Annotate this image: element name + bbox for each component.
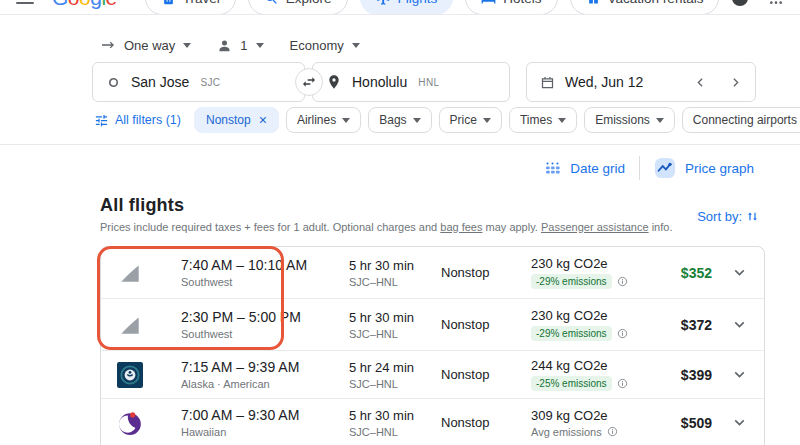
- expand-flight-icon[interactable]: [731, 264, 748, 281]
- caret-down-icon: [256, 43, 264, 48]
- logo-letter: g: [90, 0, 101, 9]
- view-toggles: Date grid Price graph: [0, 156, 754, 180]
- tab-flights[interactable]: Flights: [360, 0, 454, 15]
- house-icon: [586, 0, 601, 6]
- caret-down-icon: [352, 43, 360, 48]
- top-navbar: Google Travel Explore Flights Hotels: [0, 0, 800, 15]
- all-filters-button[interactable]: All filters (1): [94, 113, 181, 128]
- swap-arrows-icon: [301, 74, 317, 90]
- passenger-assistance-link[interactable]: Passenger assistance: [541, 221, 649, 233]
- logo-letter: o: [68, 0, 79, 9]
- flight-stops: Nonstop: [441, 265, 531, 280]
- caret-down-icon: [656, 118, 664, 123]
- previous-day-icon[interactable]: [694, 76, 707, 89]
- flight-row-2[interactable]: 2:30 PM – 5:00 PM Southwest 5 hr 30 min …: [101, 299, 764, 351]
- caret-down-icon: [413, 118, 421, 123]
- destination-code: HNL: [418, 77, 439, 88]
- disclaimer-text: Prices include required taxes + fees for…: [100, 221, 440, 233]
- flight-airline: Southwest: [181, 328, 349, 340]
- caret-down-icon: [558, 118, 566, 123]
- flight-route: SJC–HNL: [349, 426, 441, 438]
- chip-label: Connecting airports: [693, 113, 797, 127]
- luggage-icon: [161, 0, 176, 6]
- chip-label: Emissions: [595, 113, 650, 127]
- expand-flight-icon[interactable]: [731, 366, 748, 383]
- flight-route: SJC–HNL: [349, 276, 441, 288]
- tab-explore[interactable]: Explore: [248, 0, 348, 15]
- expand-flight-icon[interactable]: [731, 316, 748, 333]
- chip-price[interactable]: Price: [439, 107, 502, 133]
- chip-nonstop[interactable]: Nonstop ×: [194, 107, 279, 133]
- theme-toggle-icon[interactable]: [732, 0, 748, 6]
- chip-label: Times: [520, 113, 552, 127]
- expand-flight-icon[interactable]: [731, 414, 748, 431]
- apps-grid-icon[interactable]: [768, 0, 784, 6]
- tab-vacation-rentals[interactable]: Vacation rentals: [570, 0, 720, 15]
- flight-price: $372: [661, 317, 722, 333]
- info-icon[interactable]: [617, 378, 628, 389]
- price-graph-label: Price graph: [685, 161, 754, 176]
- chip-airlines[interactable]: Airlines: [286, 107, 361, 133]
- flight-route: SJC–HNL: [349, 378, 441, 390]
- logo-letter: o: [79, 0, 90, 9]
- chip-emissions[interactable]: Emissions: [584, 107, 675, 133]
- pricing-disclaimer: Prices include required taxes + fees for…: [100, 221, 672, 233]
- destination-input[interactable]: Honolulu HNL: [312, 62, 510, 102]
- place-pin-icon: [326, 74, 342, 90]
- flight-row-4[interactable]: 7:00 AM – 9:30 AM Hawaiian 5 hr 30 min S…: [101, 399, 764, 445]
- tab-label: Travel: [183, 0, 220, 6]
- all-filters-label: All filters (1): [115, 113, 181, 127]
- tune-filter-icon: [94, 113, 109, 128]
- logo-letter: e: [106, 0, 117, 9]
- price-graph-button[interactable]: Price graph: [654, 157, 754, 179]
- flight-duration: 5 hr 30 min: [349, 310, 441, 325]
- remove-nonstop-icon[interactable]: ×: [259, 112, 267, 128]
- flight-stops: Nonstop: [441, 317, 531, 332]
- swap-button[interactable]: [295, 68, 323, 96]
- info-icon[interactable]: [617, 328, 628, 339]
- chip-label: Airlines: [297, 113, 336, 127]
- origin-input[interactable]: San Jose SJC: [92, 62, 305, 102]
- toggle-divider: [639, 156, 640, 180]
- tab-label: Hotels: [503, 0, 541, 6]
- chip-bags[interactable]: Bags: [368, 107, 431, 133]
- flight-duration: 5 hr 24 min: [349, 360, 441, 375]
- passengers-select[interactable]: 1: [217, 38, 263, 53]
- caret-down-icon: [183, 43, 191, 48]
- passenger-icon: [217, 38, 232, 53]
- date-grid-icon: [544, 160, 561, 177]
- alaska-american-logo: [117, 362, 143, 388]
- flight-list: 7:40 AM – 10:10 AM Southwest 5 hr 30 min…: [100, 246, 765, 445]
- origin-circle-icon: [106, 75, 121, 90]
- tab-travel[interactable]: Travel: [145, 0, 236, 15]
- sort-by-label: Sort by:: [697, 209, 742, 224]
- flight-airline: Hawaiian: [181, 426, 349, 438]
- google-flights-page: Google Travel Explore Flights Hotels: [0, 0, 800, 445]
- flight-co2: 244 kg CO2e: [531, 358, 661, 373]
- bag-fees-link[interactable]: bag fees: [440, 221, 482, 233]
- sort-by-button[interactable]: Sort by:: [697, 209, 760, 224]
- flight-row-3[interactable]: 7:15 AM – 9:39 AM Alaska · American 5 hr…: [101, 351, 764, 399]
- tab-hotels[interactable]: Hotels: [465, 0, 557, 15]
- info-icon[interactable]: [617, 276, 628, 287]
- southwest-logo: [117, 260, 143, 286]
- chip-times[interactable]: Times: [509, 107, 577, 133]
- google-logo[interactable]: Google: [52, 0, 117, 10]
- cabin-class-select[interactable]: Economy: [290, 38, 360, 53]
- date-grid-button[interactable]: Date grid: [544, 160, 625, 177]
- next-day-icon[interactable]: [729, 76, 742, 89]
- flight-times: 7:00 AM – 9:30 AM: [181, 407, 349, 423]
- emissions-badge: -25% emissions: [531, 376, 612, 391]
- chip-connecting-airports[interactable]: Connecting airports: [682, 107, 800, 133]
- flight-row-1[interactable]: 7:40 AM – 10:10 AM Southwest 5 hr 30 min…: [101, 247, 764, 299]
- emissions-average-label: Avg emissions: [531, 426, 602, 438]
- section-divider: [0, 144, 800, 145]
- menu-icon[interactable]: [16, 0, 34, 4]
- origin-code: SJC: [200, 77, 220, 88]
- chip-label: Price: [450, 113, 477, 127]
- cabin-class-value: Economy: [290, 38, 344, 53]
- info-icon[interactable]: [607, 426, 618, 437]
- trip-type-select[interactable]: One way: [100, 37, 191, 53]
- flight-times: 7:40 AM – 10:10 AM: [181, 257, 349, 273]
- date-input[interactable]: Wed, Jun 12: [526, 62, 756, 102]
